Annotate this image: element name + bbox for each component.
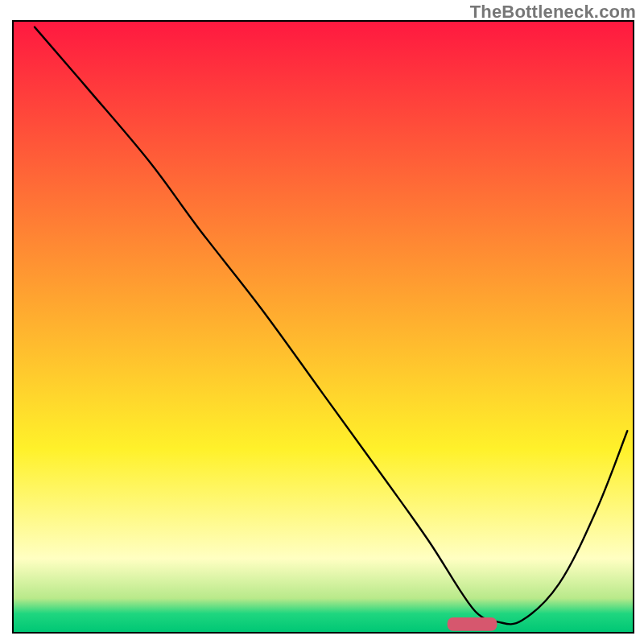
chart-stage: TheBottleneck.com [0, 0, 644, 644]
bottleneck-chart [0, 0, 644, 644]
plot-area [13, 21, 634, 633]
target-highlight-marker [448, 617, 497, 631]
gradient-background [14, 22, 633, 632]
